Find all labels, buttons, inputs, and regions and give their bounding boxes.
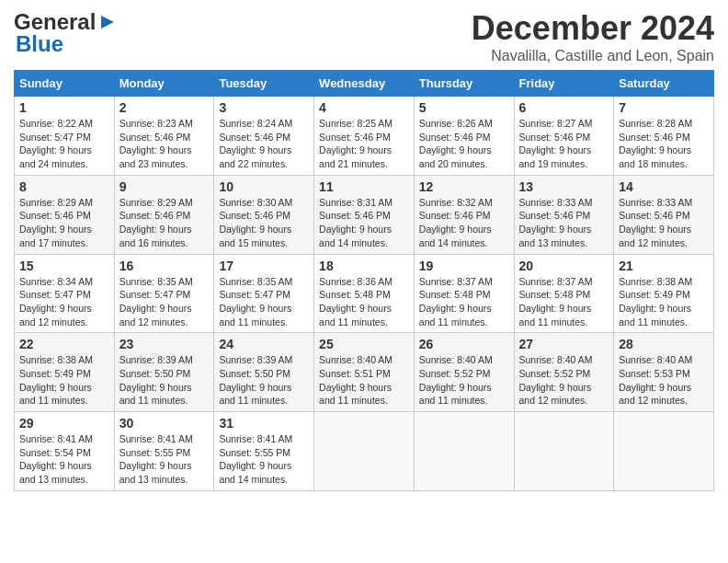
calendar-cell: 1Sunrise: 8:22 AM Sunset: 5:47 PM Daylig… (15, 97, 115, 176)
cell-content: Sunrise: 8:35 AM Sunset: 5:47 PM Dayligh… (119, 275, 210, 329)
calendar-cell: 2Sunrise: 8:23 AM Sunset: 5:46 PM Daylig… (114, 97, 214, 176)
day-number: 12 (419, 179, 509, 194)
cell-content: Sunrise: 8:40 AM Sunset: 5:52 PM Dayligh… (419, 353, 509, 408)
cell-content: Sunrise: 8:41 AM Sunset: 5:55 PM Dayligh… (219, 432, 309, 487)
calendar-table: SundayMondayTuesdayWednesdayThursdayFrid… (14, 70, 714, 491)
cell-content: Sunrise: 8:27 AM Sunset: 5:46 PM Dayligh… (519, 117, 609, 171)
day-number: 1 (19, 100, 109, 115)
calendar-cell: 13Sunrise: 8:33 AM Sunset: 5:46 PM Dayli… (514, 175, 614, 254)
day-number: 29 (19, 416, 109, 431)
cell-content: Sunrise: 8:38 AM Sunset: 5:49 PM Dayligh… (19, 353, 109, 408)
page-header: General Blue December 2024 Navalilla, Ca… (14, 9, 714, 64)
cell-content: Sunrise: 8:29 AM Sunset: 5:46 PM Dayligh… (119, 196, 210, 250)
cell-content: Sunrise: 8:29 AM Sunset: 5:46 PM Dayligh… (19, 196, 109, 250)
calendar-week-row: 1Sunrise: 8:22 AM Sunset: 5:47 PM Daylig… (15, 97, 714, 176)
day-number: 9 (119, 179, 210, 194)
weekday-header-friday: Friday (514, 71, 614, 97)
cell-content: Sunrise: 8:40 AM Sunset: 5:52 PM Dayligh… (519, 353, 609, 408)
calendar-cell: 31Sunrise: 8:41 AM Sunset: 5:55 PM Dayli… (214, 412, 314, 491)
cell-content: Sunrise: 8:34 AM Sunset: 5:47 PM Dayligh… (19, 275, 109, 329)
location-title: Navalilla, Castille and Leon, Spain (472, 48, 714, 64)
day-number: 28 (619, 337, 709, 351)
calendar-cell: 6Sunrise: 8:27 AM Sunset: 5:46 PM Daylig… (514, 97, 614, 176)
cell-content: Sunrise: 8:24 AM Sunset: 5:46 PM Dayligh… (219, 117, 309, 171)
calendar-cell: 21Sunrise: 8:38 AM Sunset: 5:49 PM Dayli… (614, 254, 714, 333)
calendar-cell: 14Sunrise: 8:33 AM Sunset: 5:46 PM Dayli… (614, 175, 714, 254)
cell-content: Sunrise: 8:41 AM Sunset: 5:54 PM Dayligh… (19, 432, 109, 487)
day-number: 22 (19, 337, 109, 351)
calendar-cell: 12Sunrise: 8:32 AM Sunset: 5:46 PM Dayli… (414, 175, 514, 254)
calendar-week-row: 8Sunrise: 8:29 AM Sunset: 5:46 PM Daylig… (15, 175, 714, 254)
cell-content: Sunrise: 8:40 AM Sunset: 5:53 PM Dayligh… (619, 353, 709, 408)
calendar-cell: 28Sunrise: 8:40 AM Sunset: 5:53 PM Dayli… (614, 333, 714, 412)
day-number: 3 (219, 100, 309, 115)
calendar-cell: 5Sunrise: 8:26 AM Sunset: 5:46 PM Daylig… (414, 97, 514, 176)
day-number: 25 (319, 337, 409, 351)
day-number: 8 (19, 179, 109, 194)
day-number: 4 (319, 100, 409, 115)
day-number: 5 (419, 100, 509, 115)
cell-content: Sunrise: 8:35 AM Sunset: 5:47 PM Dayligh… (219, 275, 309, 329)
cell-content: Sunrise: 8:22 AM Sunset: 5:47 PM Dayligh… (19, 117, 109, 171)
day-number: 20 (519, 259, 609, 273)
weekday-header-monday: Monday (114, 71, 214, 97)
day-number: 21 (619, 259, 709, 273)
logo-blue: Blue (16, 31, 63, 57)
cell-content: Sunrise: 8:36 AM Sunset: 5:48 PM Dayligh… (319, 275, 409, 329)
month-title: December 2024 (472, 9, 714, 48)
calendar-cell: 26Sunrise: 8:40 AM Sunset: 5:52 PM Dayli… (414, 333, 514, 412)
calendar-cell: 15Sunrise: 8:34 AM Sunset: 5:47 PM Dayli… (15, 254, 115, 333)
logo-arrow-icon (97, 12, 118, 32)
calendar-cell: 30Sunrise: 8:41 AM Sunset: 5:55 PM Dayli… (114, 412, 214, 491)
calendar-cell (614, 412, 714, 491)
day-number: 17 (219, 259, 309, 273)
weekday-header-wednesday: Wednesday (314, 71, 415, 97)
calendar-cell (414, 412, 514, 491)
cell-content: Sunrise: 8:39 AM Sunset: 5:50 PM Dayligh… (219, 353, 309, 408)
calendar-cell: 27Sunrise: 8:40 AM Sunset: 5:52 PM Dayli… (514, 333, 614, 412)
cell-content: Sunrise: 8:37 AM Sunset: 5:48 PM Dayligh… (419, 275, 509, 329)
day-number: 6 (519, 100, 609, 115)
day-number: 14 (619, 179, 709, 194)
day-number: 31 (219, 416, 309, 431)
weekday-header-saturday: Saturday (614, 71, 714, 97)
cell-content: Sunrise: 8:33 AM Sunset: 5:46 PM Dayligh… (619, 196, 709, 250)
calendar-cell: 25Sunrise: 8:40 AM Sunset: 5:51 PM Dayli… (314, 333, 415, 412)
weekday-header-tuesday: Tuesday (214, 71, 314, 97)
calendar-cell: 9Sunrise: 8:29 AM Sunset: 5:46 PM Daylig… (114, 175, 214, 254)
day-number: 19 (419, 259, 509, 273)
weekday-header-sunday: Sunday (15, 71, 115, 97)
calendar-cell: 4Sunrise: 8:25 AM Sunset: 5:46 PM Daylig… (314, 97, 415, 176)
cell-content: Sunrise: 8:37 AM Sunset: 5:48 PM Dayligh… (519, 275, 609, 329)
calendar-cell: 22Sunrise: 8:38 AM Sunset: 5:49 PM Dayli… (15, 333, 115, 412)
calendar-cell: 8Sunrise: 8:29 AM Sunset: 5:46 PM Daylig… (15, 175, 115, 254)
calendar-cell: 23Sunrise: 8:39 AM Sunset: 5:50 PM Dayli… (114, 333, 214, 412)
calendar-week-row: 29Sunrise: 8:41 AM Sunset: 5:54 PM Dayli… (15, 412, 714, 491)
cell-content: Sunrise: 8:39 AM Sunset: 5:50 PM Dayligh… (119, 353, 210, 408)
calendar-cell: 18Sunrise: 8:36 AM Sunset: 5:48 PM Dayli… (314, 254, 415, 333)
title-block: December 2024 Navalilla, Castille and Le… (472, 9, 714, 64)
calendar-week-row: 15Sunrise: 8:34 AM Sunset: 5:47 PM Dayli… (15, 254, 714, 333)
day-number: 27 (519, 337, 609, 351)
calendar-cell: 29Sunrise: 8:41 AM Sunset: 5:54 PM Dayli… (15, 412, 115, 491)
cell-content: Sunrise: 8:32 AM Sunset: 5:46 PM Dayligh… (419, 196, 509, 250)
cell-content: Sunrise: 8:28 AM Sunset: 5:46 PM Dayligh… (619, 117, 709, 171)
calendar-cell: 3Sunrise: 8:24 AM Sunset: 5:46 PM Daylig… (214, 97, 314, 176)
svg-marker-0 (101, 16, 114, 29)
cell-content: Sunrise: 8:33 AM Sunset: 5:46 PM Dayligh… (519, 196, 609, 250)
calendar-cell: 7Sunrise: 8:28 AM Sunset: 5:46 PM Daylig… (614, 97, 714, 176)
cell-content: Sunrise: 8:31 AM Sunset: 5:46 PM Dayligh… (319, 196, 409, 250)
day-number: 23 (119, 337, 210, 351)
cell-content: Sunrise: 8:30 AM Sunset: 5:46 PM Dayligh… (219, 196, 309, 250)
calendar-cell: 17Sunrise: 8:35 AM Sunset: 5:47 PM Dayli… (214, 254, 314, 333)
calendar-cell: 10Sunrise: 8:30 AM Sunset: 5:46 PM Dayli… (214, 175, 314, 254)
day-number: 16 (119, 259, 210, 273)
calendar-cell: 16Sunrise: 8:35 AM Sunset: 5:47 PM Dayli… (114, 254, 214, 333)
calendar-cell (514, 412, 614, 491)
cell-content: Sunrise: 8:25 AM Sunset: 5:46 PM Dayligh… (319, 117, 409, 171)
day-number: 11 (319, 179, 409, 194)
cell-content: Sunrise: 8:26 AM Sunset: 5:46 PM Dayligh… (419, 117, 509, 171)
day-number: 10 (219, 179, 309, 194)
day-number: 15 (19, 259, 109, 273)
day-number: 24 (219, 337, 309, 351)
